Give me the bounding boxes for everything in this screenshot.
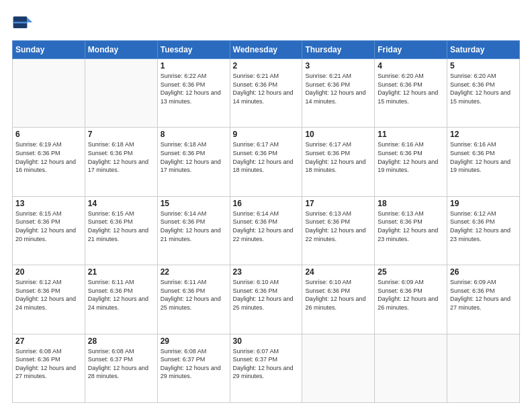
day-number: 17 [305, 199, 371, 208]
calendar-body: 1Sunrise: 6:22 AMSunset: 6:36 PMDaylight… [13, 59, 520, 403]
day-number: 28 [88, 336, 154, 346]
calendar-cell: 10Sunrise: 6:17 AMSunset: 6:36 PMDayligh… [302, 128, 375, 196]
day-number: 22 [161, 267, 227, 277]
day-number: 21 [88, 267, 154, 277]
col-header-sunday: Sunday [13, 41, 85, 59]
day-number: 2 [233, 61, 300, 71]
calendar-cell: 14Sunrise: 6:15 AMSunset: 6:36 PMDayligh… [85, 196, 157, 265]
col-header-thursday: Thursday [302, 41, 375, 59]
day-info: Sunrise: 6:13 AMSunset: 6:36 PMDaylight:… [305, 210, 371, 243]
day-number: 29 [161, 336, 227, 346]
calendar-cell: 18Sunrise: 6:13 AMSunset: 6:36 PMDayligh… [375, 196, 447, 265]
day-info: Sunrise: 6:17 AMSunset: 6:36 PMDaylight:… [233, 140, 300, 174]
day-info: Sunrise: 6:21 AMSunset: 6:36 PMDaylight:… [233, 72, 300, 105]
day-number: 18 [378, 199, 444, 208]
day-info: Sunrise: 6:08 AMSunset: 6:37 PMDaylight:… [161, 347, 227, 381]
day-number: 5 [450, 61, 517, 71]
calendar-cell: 1Sunrise: 6:22 AMSunset: 6:36 PMDaylight… [157, 59, 230, 128]
day-info: Sunrise: 6:10 AMSunset: 6:36 PMDaylight:… [305, 278, 371, 312]
day-number: 3 [305, 61, 371, 71]
calendar-cell [302, 334, 375, 402]
day-info: Sunrise: 6:07 AMSunset: 6:37 PMDaylight:… [233, 347, 300, 381]
calendar-cell: 22Sunrise: 6:11 AMSunset: 6:36 PMDayligh… [157, 265, 230, 334]
calendar-cell: 29Sunrise: 6:08 AMSunset: 6:37 PMDayligh… [157, 334, 230, 402]
calendar-cell: 3Sunrise: 6:21 AMSunset: 6:36 PMDaylight… [302, 59, 375, 128]
svg-marker-1 [27, 17, 32, 22]
calendar-cell: 25Sunrise: 6:09 AMSunset: 6:36 PMDayligh… [375, 265, 447, 334]
calendar-row-5: 27Sunrise: 6:08 AMSunset: 6:36 PMDayligh… [13, 334, 520, 402]
day-info: Sunrise: 6:14 AMSunset: 6:36 PMDaylight:… [233, 210, 300, 243]
calendar-cell: 24Sunrise: 6:10 AMSunset: 6:36 PMDayligh… [302, 265, 375, 334]
calendar-cell: 28Sunrise: 6:08 AMSunset: 6:37 PMDayligh… [85, 334, 157, 402]
calendar-row-1: 1Sunrise: 6:22 AMSunset: 6:36 PMDaylight… [13, 59, 520, 128]
day-number: 30 [233, 336, 300, 346]
calendar-cell: 17Sunrise: 6:13 AMSunset: 6:36 PMDayligh… [302, 196, 375, 265]
calendar-cell [447, 334, 520, 402]
day-info: Sunrise: 6:12 AMSunset: 6:36 PMDaylight:… [15, 278, 82, 312]
day-info: Sunrise: 6:21 AMSunset: 6:36 PMDaylight:… [305, 72, 371, 105]
col-header-friday: Friday [375, 41, 447, 59]
calendar-cell: 11Sunrise: 6:16 AMSunset: 6:36 PMDayligh… [375, 128, 447, 196]
calendar-cell [85, 59, 157, 128]
calendar-cell: 20Sunrise: 6:12 AMSunset: 6:36 PMDayligh… [13, 265, 85, 334]
calendar-cell: 30Sunrise: 6:07 AMSunset: 6:37 PMDayligh… [230, 334, 302, 402]
day-number: 12 [450, 130, 517, 139]
calendar-cell: 2Sunrise: 6:21 AMSunset: 6:36 PMDaylight… [230, 59, 302, 128]
logo [12, 12, 36, 34]
svg-rect-2 [13, 21, 28, 23]
day-number: 25 [378, 267, 444, 277]
calendar-table: SundayMondayTuesdayWednesdayThursdayFrid… [12, 40, 520, 403]
day-info: Sunrise: 6:16 AMSunset: 6:36 PMDaylight:… [378, 140, 444, 174]
day-info: Sunrise: 6:19 AMSunset: 6:36 PMDaylight:… [15, 140, 82, 174]
calendar-header: SundayMondayTuesdayWednesdayThursdayFrid… [13, 41, 520, 59]
col-header-saturday: Saturday [447, 41, 520, 59]
day-info: Sunrise: 6:18 AMSunset: 6:36 PMDaylight:… [88, 140, 154, 174]
day-info: Sunrise: 6:15 AMSunset: 6:36 PMDaylight:… [15, 210, 82, 243]
day-info: Sunrise: 6:08 AMSunset: 6:36 PMDaylight:… [15, 347, 82, 381]
day-number: 1 [161, 61, 227, 71]
calendar-row-2: 6Sunrise: 6:19 AMSunset: 6:36 PMDaylight… [13, 128, 520, 196]
col-header-monday: Monday [85, 41, 157, 59]
day-info: Sunrise: 6:20 AMSunset: 6:36 PMDaylight:… [378, 72, 444, 105]
day-info: Sunrise: 6:11 AMSunset: 6:36 PMDaylight:… [161, 278, 227, 312]
day-number: 8 [161, 130, 227, 139]
col-header-wednesday: Wednesday [230, 41, 302, 59]
day-info: Sunrise: 6:16 AMSunset: 6:36 PMDaylight:… [450, 140, 517, 174]
day-info: Sunrise: 6:09 AMSunset: 6:36 PMDaylight:… [450, 278, 517, 312]
calendar-cell: 9Sunrise: 6:17 AMSunset: 6:36 PMDaylight… [230, 128, 302, 196]
day-number: 26 [450, 267, 517, 277]
day-number: 13 [15, 199, 82, 208]
header-row: SundayMondayTuesdayWednesdayThursdayFrid… [13, 41, 520, 59]
calendar-cell: 12Sunrise: 6:16 AMSunset: 6:36 PMDayligh… [447, 128, 520, 196]
calendar-cell: 15Sunrise: 6:14 AMSunset: 6:36 PMDayligh… [157, 196, 230, 265]
day-number: 6 [15, 130, 82, 139]
day-number: 9 [233, 130, 300, 139]
day-number: 24 [305, 267, 371, 277]
day-number: 19 [450, 199, 517, 208]
day-info: Sunrise: 6:17 AMSunset: 6:36 PMDaylight:… [305, 140, 371, 174]
calendar-cell [13, 59, 85, 128]
header [12, 12, 520, 34]
day-number: 16 [233, 199, 300, 208]
day-info: Sunrise: 6:18 AMSunset: 6:36 PMDaylight:… [161, 140, 227, 174]
calendar-cell: 7Sunrise: 6:18 AMSunset: 6:36 PMDaylight… [85, 128, 157, 196]
day-info: Sunrise: 6:10 AMSunset: 6:36 PMDaylight:… [233, 278, 300, 312]
day-number: 15 [161, 199, 227, 208]
calendar-cell: 5Sunrise: 6:20 AMSunset: 6:36 PMDaylight… [447, 59, 520, 128]
day-info: Sunrise: 6:11 AMSunset: 6:36 PMDaylight:… [88, 278, 154, 312]
day-info: Sunrise: 6:08 AMSunset: 6:37 PMDaylight:… [88, 347, 154, 381]
day-number: 27 [15, 336, 82, 346]
day-info: Sunrise: 6:20 AMSunset: 6:36 PMDaylight:… [450, 72, 517, 105]
calendar-cell: 6Sunrise: 6:19 AMSunset: 6:36 PMDaylight… [13, 128, 85, 196]
logo-icon [12, 12, 34, 34]
day-info: Sunrise: 6:13 AMSunset: 6:36 PMDaylight:… [378, 210, 444, 243]
calendar-cell: 26Sunrise: 6:09 AMSunset: 6:36 PMDayligh… [447, 265, 520, 334]
calendar-cell: 27Sunrise: 6:08 AMSunset: 6:36 PMDayligh… [13, 334, 85, 402]
calendar-cell: 13Sunrise: 6:15 AMSunset: 6:36 PMDayligh… [13, 196, 85, 265]
day-number: 20 [15, 267, 82, 277]
day-info: Sunrise: 6:12 AMSunset: 6:36 PMDaylight:… [450, 210, 517, 243]
day-info: Sunrise: 6:14 AMSunset: 6:36 PMDaylight:… [161, 210, 227, 243]
calendar-cell: 21Sunrise: 6:11 AMSunset: 6:36 PMDayligh… [85, 265, 157, 334]
calendar-cell [375, 334, 447, 402]
calendar-cell: 16Sunrise: 6:14 AMSunset: 6:36 PMDayligh… [230, 196, 302, 265]
